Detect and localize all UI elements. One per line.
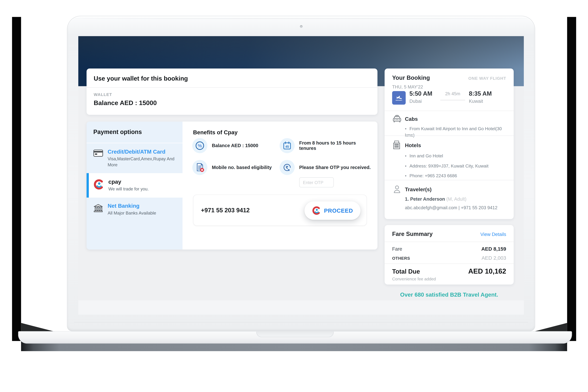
flight-duration: 2h 45m [440,91,465,100]
taxi-icon [392,114,402,124]
laptop-mockup-page: Use your wallet for this booking WALLET … [0,0,588,392]
trip-type-label: ONE WAY FLIGHT [468,76,506,80]
phone-number: +971 55 203 9412 [201,207,250,214]
wallet-section-label: WALLET [86,88,378,97]
cpay-logo-icon [93,179,104,190]
divider [384,180,514,180]
benefits-panel: Benefits of Cpay % Balance AED : 15000 [182,122,378,250]
credit-card-icon [93,149,103,157]
calendar-45-icon: 45 [280,138,295,153]
cabs-details-list: From Kuwait Intl Airport to Inn and Go H… [405,126,509,142]
payment-option-sublabel: We will trade for you. [108,186,149,192]
fare-row-value: AED 2,003 [482,255,506,261]
fare-row-label: OTHERS [392,256,410,260]
payment-option-label: Net Banking [108,203,156,209]
travelers-section-title: Traveler(s) [405,186,432,192]
payment-option-label: cpay [108,178,149,185]
laptop-base-notch [256,332,334,337]
fare-summary-card: Fare Summary View Details Fare AED 8,159… [384,225,514,284]
rupee-cycle-icon: ₹ [280,160,295,175]
fare-row-value: AED 8,159 [481,246,506,252]
laptop-screen: Use your wallet for this booking WALLET … [78,36,524,314]
hotel-icon [392,140,401,150]
traveler-contact: abc.abcdefgh@gmail.com | +971 55 203 941… [405,205,498,210]
wallet-balance: Balance AED : 15000 [86,97,378,107]
arrive-time: 8:35 AM [469,90,492,97]
benefit-text: Please Share OTP you received. [299,165,371,170]
laptop-camera-dot [300,25,302,28]
cab-detail-item: From Kuwait Intl Airport to Inn and Go H… [405,126,509,138]
benefit-item: Mobile no. based eligibility [192,160,273,175]
flight-date: THU, 5 MAY'22 [392,84,423,90]
hotel-detail-item: Inn and Go Hotel [405,153,509,159]
traveler-meta: (M, Adult) [446,196,466,202]
percent-circle-icon: % [192,138,207,153]
arrive-city: Kuwait [469,98,483,104]
convenience-fee-note: Convenience fee added [392,276,436,281]
benefit-item: ₹ Please Share OTP you received. [280,160,374,175]
shadow-artifact-right [567,17,576,341]
hotel-detail-item: Phone: +965 2243 6686 [405,173,509,179]
benefit-item: % Balance AED : 15000 [192,138,273,153]
traveler-name-text: 1. Peter Anderson [405,196,445,202]
phone-proceed-card: +971 55 203 9412 PROCEED [193,194,367,226]
benefit-text: Mobile no. based eligibility [212,165,272,170]
payment-panel-filler [86,221,182,250]
payment-option-netbanking[interactable]: Net Banking All Major Banks Available [86,198,182,221]
otp-input[interactable] [299,177,334,187]
view-details-link[interactable]: View Details [480,232,506,237]
total-due-label: Total Due [392,268,420,275]
laptop-base [18,331,572,344]
divider [384,136,514,136]
cpay-logo-icon [312,206,321,215]
payment-option-card[interactable]: Credit/Debit/ATM Card Visa,MasterCard,Am… [86,143,182,173]
svg-text:%: % [198,143,202,148]
proceed-button[interactable]: PROCEED [304,201,360,220]
benefit-text: Balance AED : 15000 [212,143,258,148]
hotel-details-list: Inn and Go Hotel Address: 9X89+J37, Kuwa… [405,153,509,183]
payment-options-title: Payment options [86,122,182,143]
benefits-title: Benefits of Cpay [193,129,238,136]
svg-text:45: 45 [285,145,289,148]
booking-title: Your Booking [392,74,430,82]
hotel-detail-item: Address: 9X89+J37, Kuwait City, Kuwait [405,163,509,169]
flight-takeoff-icon [392,91,406,104]
benefit-item: 45 From 8 hours to 15 hours tenures [280,138,374,153]
fare-row-label: Fare [392,246,402,252]
cabs-section-title: Cabs [405,116,418,122]
hotels-section-title: Hotels [405,142,421,148]
satisfied-agents-note: Over 680 satisfied B2B Travel Agent. [384,291,514,298]
shadow-artifact-left [12,17,21,341]
payment-option-sublabel: Visa,MasterCard,Amex,Rupay And More [108,156,178,168]
divider [384,264,514,264]
total-due-value: AED 10,162 [468,267,506,276]
document-x-icon [192,160,207,175]
payment-card: Payment options Credit/Debit/ATM Card Vi… [86,122,378,250]
laptop-hinge-line [74,322,528,322]
traveler-name: 1. Peter Anderson (M, Adult) [405,196,466,202]
payment-option-cpay[interactable]: cpay We will trade for you. [86,173,182,197]
payment-option-sublabel: All Major Banks Available [108,210,156,216]
proceed-button-label: PROCEED [324,207,353,214]
traveler-person-icon [392,184,402,194]
bank-icon [93,204,103,212]
svg-text:₹: ₹ [286,165,288,170]
depart-time: 5:50 AM [410,90,432,97]
page-footer-strip [78,300,524,315]
payment-options-panel: Payment options Credit/Debit/ATM Card Vi… [86,122,182,250]
divider [384,111,514,111]
payment-option-label: Credit/Debit/ATM Card [108,149,178,155]
fare-summary-title: Fare Summary [392,231,433,238]
booking-summary-card: Your Booking ONE WAY FLIGHT THU, 5 MAY'2… [384,68,514,219]
depart-city: Dubai [410,98,422,104]
wallet-card-title: Use your wallet for this booking [86,68,378,87]
benefit-text: From 8 hours to 15 hours tenures [299,140,374,151]
wallet-card: Use your wallet for this booking WALLET … [86,68,378,115]
divider [384,242,514,242]
